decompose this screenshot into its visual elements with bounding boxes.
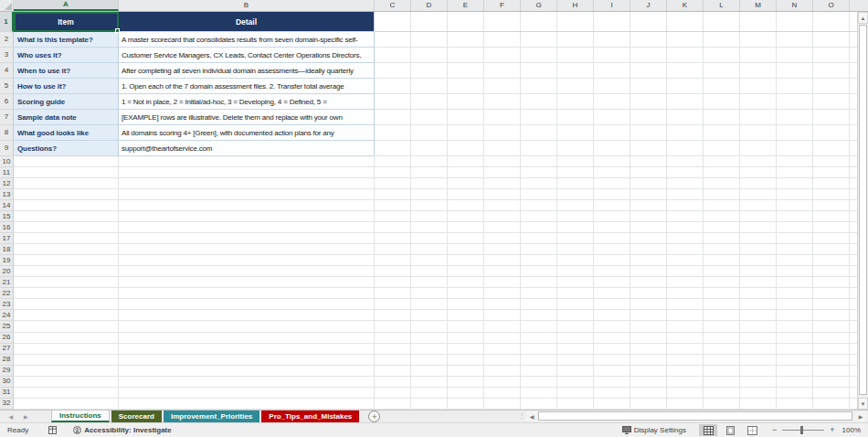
cell-a1-selected[interactable]: Item	[14, 12, 119, 32]
empty-cells-region[interactable]	[375, 211, 857, 222]
sheet-tab-improvement_priorities[interactable]: Improvement_Priorities	[164, 410, 259, 422]
cell-detail-b22[interactable]	[119, 288, 375, 299]
row-header-23[interactable]: 23	[0, 299, 14, 310]
cell-detail-b3[interactable]: Customer Service Managers, CX Leads, Con…	[119, 48, 375, 63]
row-header-8[interactable]: 8	[0, 125, 14, 141]
cell-item-a11[interactable]	[14, 167, 119, 178]
empty-cells-region[interactable]	[375, 266, 857, 277]
empty-cells-region[interactable]	[375, 366, 857, 377]
cell-detail-b9[interactable]: support@theartofservice.com	[119, 141, 375, 156]
cell-item-a9[interactable]: Questions?	[14, 141, 119, 156]
column-header-D[interactable]: D	[411, 0, 448, 11]
empty-cells-region[interactable]	[375, 388, 857, 399]
cell-detail-b19[interactable]	[119, 255, 375, 266]
column-header-F[interactable]: F	[484, 0, 521, 11]
cell-detail-b28[interactable]	[119, 355, 375, 366]
empty-cells-region[interactable]	[375, 200, 857, 211]
cell-item-a32[interactable]	[14, 399, 119, 410]
row-header-5[interactable]: 5	[0, 79, 14, 94]
empty-cells-region[interactable]	[375, 321, 857, 332]
empty-cells-region[interactable]	[375, 141, 857, 156]
empty-cells-region[interactable]	[375, 125, 857, 141]
row-header-1[interactable]: 1	[0, 12, 14, 32]
empty-cells-region[interactable]	[375, 156, 857, 167]
cell-item-a25[interactable]	[14, 321, 119, 332]
column-header-I[interactable]: I	[594, 0, 630, 11]
zoom-slider-thumb[interactable]	[800, 426, 803, 434]
cell-item-a28[interactable]	[14, 355, 119, 366]
row-header-30[interactable]: 30	[0, 377, 14, 388]
vertical-scrollbar-thumb[interactable]	[859, 25, 867, 395]
cell-item-a5[interactable]: How to use it?	[14, 79, 119, 94]
row-header-24[interactable]: 24	[0, 310, 14, 321]
scroll-up-button[interactable]: ▲	[858, 12, 868, 24]
scroll-right-button[interactable]: ▶	[855, 411, 866, 421]
column-header-G[interactable]: G	[521, 0, 557, 11]
empty-cells-region[interactable]	[375, 244, 857, 255]
sheet-tab-scorecard[interactable]: Scorecard	[111, 410, 162, 422]
empty-cells-region[interactable]	[375, 277, 857, 288]
row-header-26[interactable]: 26	[0, 333, 14, 344]
sheet-tab-pro_tips_and_mistakes[interactable]: Pro_Tips_and_Mistakes	[261, 410, 359, 422]
row-header-13[interactable]: 13	[0, 189, 14, 200]
cell-detail-b17[interactable]	[119, 233, 375, 244]
cell-detail-b4[interactable]: After completing all seven individual do…	[119, 63, 375, 79]
cell-detail-b11[interactable]	[119, 167, 375, 178]
cell-item-a20[interactable]	[14, 266, 119, 277]
cell-item-a6[interactable]: Scoring guide	[14, 94, 119, 110]
cell-item-a13[interactable]	[14, 189, 119, 200]
empty-cells-region[interactable]	[375, 310, 857, 321]
cell-detail-b15[interactable]	[119, 211, 375, 222]
vertical-scrollbar[interactable]: ▲ ▼	[857, 12, 868, 410]
cell-detail-b20[interactable]	[119, 266, 375, 277]
cell-detail-b31[interactable]	[119, 388, 375, 399]
cell-detail-b6[interactable]: 1 = Not in place, 2 = Initial/ad-hoc, 3 …	[119, 94, 375, 110]
cell-item-a2[interactable]: What is this template?	[14, 32, 119, 48]
column-header-L[interactable]: L	[704, 0, 740, 11]
scroll-down-button[interactable]: ▼	[858, 398, 868, 410]
cell-detail-b21[interactable]	[119, 277, 375, 288]
empty-cells-region[interactable]	[375, 255, 857, 266]
tab-nav-left-icon[interactable]: ◀	[8, 413, 13, 420]
row-header-22[interactable]: 22	[0, 288, 14, 299]
scroll-left-button[interactable]: ◀	[526, 411, 537, 421]
column-header-C[interactable]: C	[375, 0, 411, 11]
column-header-J[interactable]: J	[630, 0, 667, 11]
row-header-10[interactable]: 10	[0, 156, 14, 167]
cell-detail-b12[interactable]	[119, 178, 375, 189]
row-header-18[interactable]: 18	[0, 244, 14, 255]
cell-detail-b32[interactable]	[119, 399, 375, 410]
new-sheet-button[interactable]: +	[368, 410, 380, 422]
scrollbar-splitter-handle[interactable]: ⋮	[517, 412, 526, 420]
cell-detail-b27[interactable]	[119, 344, 375, 355]
zoom-in-button[interactable]: +	[830, 426, 834, 434]
cell-detail-b7[interactable]: [EXAMPLE] rows are illustrative. Delete …	[119, 110, 375, 125]
cell-item-a30[interactable]	[14, 377, 119, 388]
cell-detail-b18[interactable]	[119, 244, 375, 255]
row-header-2[interactable]: 2	[0, 32, 14, 48]
selection-fill-handle[interactable]	[115, 28, 120, 33]
cell-item-a16[interactable]	[14, 222, 119, 233]
cell-item-a23[interactable]	[14, 299, 119, 310]
row-header-4[interactable]: 4	[0, 63, 14, 79]
empty-cells-region[interactable]	[375, 344, 857, 355]
column-header-K[interactable]: K	[667, 0, 704, 11]
cell-detail-b2[interactable]: A master scorecard that consolidates res…	[119, 32, 375, 48]
cell-item-a19[interactable]	[14, 255, 119, 266]
empty-cells-region[interactable]	[375, 63, 857, 79]
column-header-H[interactable]: H	[557, 0, 594, 11]
row-header-25[interactable]: 25	[0, 321, 14, 332]
cell-detail-b30[interactable]	[119, 377, 375, 388]
cell-detail-b29[interactable]	[119, 366, 375, 377]
display-settings-button[interactable]: Display Settings	[622, 426, 686, 434]
row-header-16[interactable]: 16	[0, 222, 14, 233]
empty-cells-region[interactable]	[375, 299, 857, 310]
cell-detail-b25[interactable]	[119, 321, 375, 332]
cell-item-a15[interactable]	[14, 211, 119, 222]
row-header-11[interactable]: 11	[0, 167, 14, 178]
normal-view-button[interactable]	[699, 424, 717, 436]
cell-item-a31[interactable]	[14, 388, 119, 399]
cell-detail-b26[interactable]	[119, 333, 375, 344]
cell-item-a14[interactable]	[14, 200, 119, 211]
row-header-9[interactable]: 9	[0, 141, 14, 156]
